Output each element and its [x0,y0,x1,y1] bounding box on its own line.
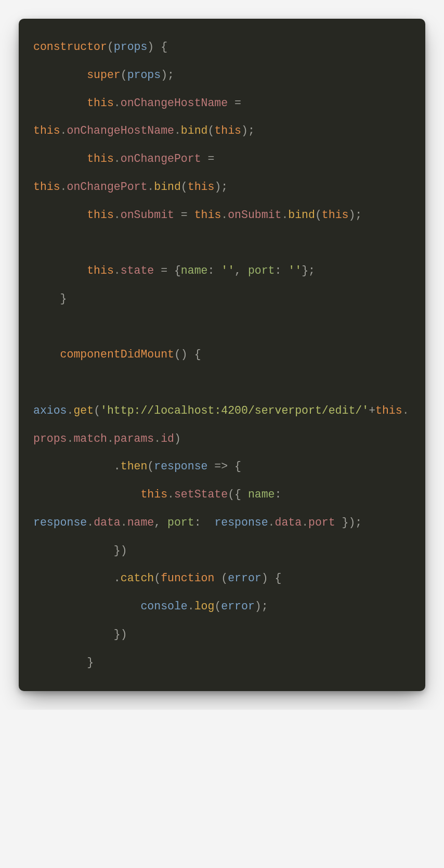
code-token: this [194,209,221,221]
code-token: componentDidMount [60,348,174,361]
code-token: : [194,516,208,529]
code-token: name [181,264,208,277]
code-token: error [228,572,262,584]
code-token: log [194,600,215,612]
code-token: 'http://localhost:4200/serverport/edit/' [100,404,369,417]
code-token: = [174,209,194,221]
code-token: ( [207,124,214,137]
code-block[interactable]: constructor(props) { super(props); this.… [33,33,411,676]
code-token: onSubmit [121,209,174,221]
code-token: : [275,488,289,501]
code-token: ) { [262,572,282,584]
code-token: bind [288,209,315,221]
code-token: props [127,69,161,81]
code-token: this [375,404,402,417]
code-token: . [114,97,121,109]
code-token: response [207,516,268,529]
code-token: . [60,124,67,137]
code-token: . [188,600,194,612]
code-token: name [127,516,154,529]
code-token [33,488,140,501]
code-token: , [154,516,167,529]
code-token: ( [214,572,228,584]
code-token: . [114,152,121,165]
code-token: bind [181,124,208,137]
code-token: onChangeHostName [121,97,228,109]
code-token: data [94,516,121,529]
code-token: . [114,209,121,221]
code-token: . [121,516,127,529]
code-token: ); [241,124,255,137]
code-token: ( [94,404,100,417]
code-token: error [221,600,255,612]
code-token [33,600,140,612]
code-token: ); [255,600,268,612]
code-token: this [33,124,60,137]
code-token: }) [33,628,127,641]
code-token: . [107,432,114,445]
code-token: props [33,432,67,445]
code-token: . [174,124,181,137]
code-token: port [308,516,335,529]
code-token: }) [33,544,127,557]
code-token: this [140,488,167,501]
code-token: . [33,572,121,584]
code-token: setState [174,488,228,501]
code-token: ( [154,572,161,584]
code-token: ( [181,181,188,193]
code-token: response [154,460,207,473]
code-token: . [33,460,121,473]
code-token: '' [288,264,302,277]
code-token: . [67,404,74,417]
code-token: ( [315,209,322,221]
code-token: get [73,404,94,417]
code-token: props [114,41,148,53]
code-token [33,264,87,277]
code-token: this [87,97,114,109]
code-token [33,376,87,389]
code-token: : [207,264,221,277]
code-token: data [275,516,302,529]
code-token: : [275,264,289,277]
code-token: console [140,600,187,612]
code-token: '' [221,264,234,277]
code-token: port [167,516,194,529]
code-token: } [33,292,67,305]
code-token: . [60,181,67,193]
code-token: = { [154,264,181,277]
code-token: this [322,209,349,221]
code-token: ( [147,460,154,473]
code-token: + [369,404,375,417]
code-token: this [87,264,114,277]
code-token: port [248,264,275,277]
code-token: catch [121,572,154,584]
code-token [33,97,87,109]
code-token: = [228,97,248,109]
code-token: then [121,460,148,473]
code-token: . [154,432,161,445]
code-token: ({ [228,488,248,501]
code-token: name [248,488,275,501]
code-token: ); [214,181,228,193]
code-token [33,348,60,361]
code-token: function [161,572,214,584]
code-token: () { [174,348,201,361]
code-token: bind [154,181,181,193]
code-token: this [87,209,114,221]
code-token: . [402,404,409,417]
code-token: ); [348,209,362,221]
code-token: => { [207,460,241,473]
code-token: . [67,432,74,445]
code-token: . [167,488,174,501]
code-token: ) [174,432,181,445]
code-token: ( [214,600,221,612]
code-token: , [234,264,248,277]
code-token: id [161,432,174,445]
code-token: . [281,209,288,221]
code-token: state [121,264,154,277]
code-token: match [73,432,107,445]
code-token: = [201,152,221,165]
code-token: this [188,181,215,193]
code-token [33,69,87,81]
code-token: this [33,181,60,193]
